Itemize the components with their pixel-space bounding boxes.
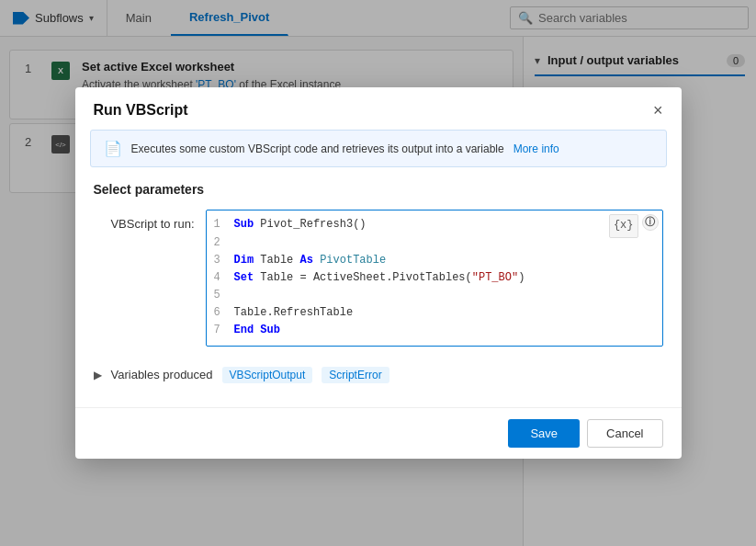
code-line-3: 3 Dim Table As PivotTable — [214, 252, 655, 269]
insert-var-button[interactable]: {x} — [609, 214, 638, 237]
modal-overlay: Run VBScript × 📄 Executes some custom VB… — [0, 0, 756, 546]
modal-body: Select parameters VBScript to run: 1 Sub… — [75, 182, 682, 406]
code-line-1: 1 Sub Pivot_Refresh3() — [214, 216, 655, 233]
vars-produced-chevron-icon[interactable]: ▶ — [94, 369, 102, 381]
info-icon: 📄 — [104, 140, 122, 157]
save-button[interactable]: Save — [508, 419, 580, 448]
vars-produced-label: Variables produced — [111, 368, 213, 381]
code-line-2: 2 — [214, 234, 655, 252]
code-line-7: 7 End Sub — [214, 322, 655, 339]
modal-info-text: Executes some custom VBScript code and r… — [131, 142, 504, 155]
code-editor[interactable]: 1 Sub Pivot_Refresh3() 2 3 Dim Table As … — [206, 210, 663, 346]
vars-produced-row: ▶ Variables produced VBScriptOutput Scri… — [94, 358, 663, 392]
close-icon[interactable]: × — [653, 102, 663, 119]
form-row-vbscript: VBScript to run: 1 Sub Pivot_Refresh3() … — [94, 210, 663, 346]
run-vbscript-modal: Run VBScript × 📄 Executes some custom VB… — [75, 87, 682, 458]
modal-footer: Save Cancel — [75, 407, 682, 459]
modal-section-title: Select parameters — [94, 182, 663, 197]
code-line-6: 6 Table.RefreshTable — [214, 304, 655, 322]
code-line-5: 5 — [214, 287, 655, 304]
code-info-button[interactable]: ⓘ — [642, 214, 659, 231]
code-editor-actions: {x} ⓘ — [609, 214, 659, 237]
var-tag-script-error[interactable]: ScriptError — [322, 367, 389, 383]
form-label-vbscript: VBScript to run: — [94, 210, 195, 231]
cancel-button[interactable]: Cancel — [587, 419, 662, 448]
modal-header: Run VBScript × — [75, 87, 682, 130]
code-line-4: 4 Set Table = ActiveSheet.PivotTables("P… — [214, 269, 655, 287]
modal-title: Run VBScript — [94, 102, 188, 119]
var-tag-vbscript-output[interactable]: VBScriptOutput — [222, 367, 313, 383]
modal-info-bar: 📄 Executes some custom VBScript code and… — [90, 130, 667, 167]
more-info-link[interactable]: More info — [513, 142, 559, 155]
